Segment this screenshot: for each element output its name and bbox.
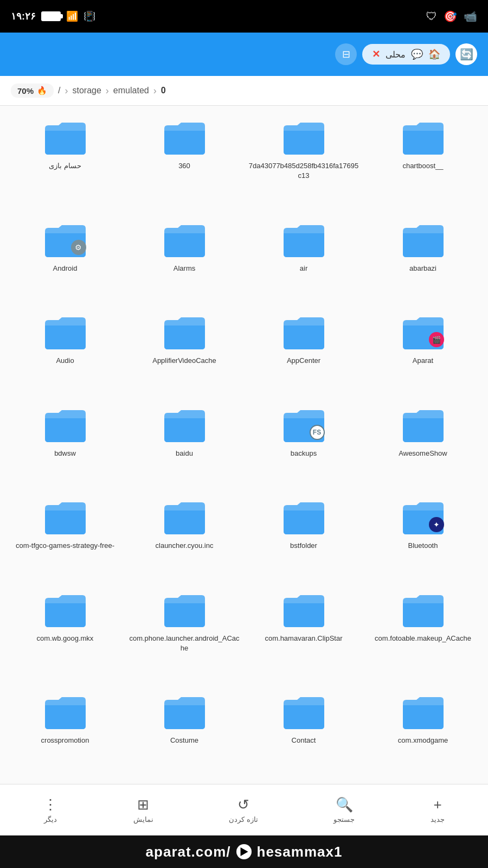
fire-icon: 🔥 xyxy=(37,86,47,95)
folder-icon-wrap xyxy=(42,693,88,731)
folder-label: Audio xyxy=(56,356,74,366)
nav-item-search[interactable]: 🔍جستجو xyxy=(325,792,363,828)
nav-item-display[interactable]: ⊞نمایش xyxy=(125,792,162,828)
signal-icon: 📶 xyxy=(66,10,78,22)
folder-label: com.hamavaran.ClipStar xyxy=(265,634,342,643)
bluetooth-badge: ✦ xyxy=(429,517,444,532)
folder-label: clauncher.cyou.inc xyxy=(156,541,214,551)
folder-label: backups xyxy=(291,449,317,458)
folder-item[interactable]: 7da43077b485d258fb4316fa17695c13 xyxy=(244,111,363,214)
folder-item[interactable]: Costume xyxy=(125,686,244,778)
breadcrumb-root[interactable]: / xyxy=(58,86,60,95)
folder-item[interactable]: com-tfgco-games-strategy-free- xyxy=(5,491,125,584)
folder-item[interactable]: crosspromotion xyxy=(5,686,125,778)
nav-item-refresh[interactable]: ↺تازه کردن xyxy=(220,792,267,828)
folder-label: bstfolder xyxy=(290,541,317,551)
storage-percent: 70% xyxy=(17,86,34,95)
folder-label: AwesomeShow xyxy=(399,449,447,458)
breadcrumb-zero[interactable]: 0 xyxy=(161,86,166,95)
folder-item[interactable]: clauncher.cyou.inc xyxy=(125,491,244,584)
folder-item[interactable]: air xyxy=(244,214,363,307)
folder-item[interactable]: 🎬Aparat xyxy=(363,306,483,399)
folder-label: Alarms xyxy=(174,264,195,273)
folder-item[interactable]: AppCenter xyxy=(244,306,363,399)
folder-item[interactable]: ApplifierVideoCache xyxy=(125,306,244,399)
nav-icon-more: ⋮ xyxy=(43,796,57,813)
folder-item[interactable]: com.wb.goog.mkx xyxy=(5,584,125,686)
folder-icon-wrap xyxy=(162,221,208,259)
folder-icon-wrap xyxy=(42,314,88,352)
nav-item-new[interactable]: +جدید xyxy=(422,792,453,828)
folder-label: com.phone.launcher.android_ACache xyxy=(129,634,240,653)
storage-badge: 70% 🔥 xyxy=(11,84,54,98)
breadcrumb-sep-3: › xyxy=(153,85,157,97)
folder-icon-wrap xyxy=(162,119,208,157)
aparat-badge: 🎬 xyxy=(429,332,444,347)
breadcrumb-sep-2: › xyxy=(106,85,109,97)
folder-icon-wrap xyxy=(162,591,208,629)
folder-item[interactable]: bdwsw xyxy=(5,399,125,492)
breadcrumb-emulated[interactable]: emulated xyxy=(113,86,149,95)
folder-item[interactable]: com.fotoable.makeup_ACache xyxy=(363,584,483,686)
close-icon[interactable]: ✕ xyxy=(372,48,380,60)
folder-icon-wrap xyxy=(162,314,208,352)
folder-item[interactable]: 360 xyxy=(125,111,244,214)
folder-label: abarbazi xyxy=(409,264,436,273)
folder-icon-wrap xyxy=(281,693,327,731)
folder-icon-wrap xyxy=(162,499,208,537)
folder-icon-wrap xyxy=(162,693,208,731)
nav-item-more[interactable]: ⋮دیگر xyxy=(35,792,66,828)
folder-label: air xyxy=(300,264,307,273)
watermark-text2: hesammax1 xyxy=(257,844,343,860)
location-label: محلی xyxy=(386,49,406,60)
bottom-nav: ⋮دیگر⊞نمایش↺تازه کردن🔍جستجو+جدید xyxy=(0,784,488,835)
folder-label: com-tfgco-games-strategy-free- xyxy=(16,541,114,551)
folder-item[interactable]: Audio xyxy=(5,306,125,399)
folder-item[interactable]: com.hamavaran.ClipStar xyxy=(244,584,363,686)
folder-icon-wrap xyxy=(281,591,327,629)
folder-label: Bluetooth xyxy=(408,541,438,551)
folder-icon-wrap: ⚙ xyxy=(42,221,88,259)
file-grid: حسام بازی 360 7da43077b485d258fb4316fa17… xyxy=(0,106,488,784)
watermark-play-icon xyxy=(236,844,252,859)
folder-icon-wrap xyxy=(400,221,446,259)
breadcrumb-storage[interactable]: storage xyxy=(72,86,101,95)
breadcrumb: 70% 🔥 / › storage › emulated › 0 xyxy=(0,76,488,106)
folder-item[interactable]: Alarms xyxy=(125,214,244,307)
folder-icon-wrap xyxy=(42,406,88,444)
folder-item[interactable]: com.xmodgame xyxy=(363,686,483,778)
watermark-bar: aparat.com/ hesammax1 xyxy=(0,835,488,868)
nav-icon-new: + xyxy=(434,796,442,813)
breadcrumb-sep-1: › xyxy=(65,85,68,97)
folder-item[interactable]: ✦Bluetooth xyxy=(363,491,483,584)
folder-icon-wrap xyxy=(400,693,446,731)
chat-icon: 💬 xyxy=(411,48,423,60)
folder-item[interactable]: Contact xyxy=(244,686,363,778)
folder-item[interactable]: com.phone.launcher.android_ACache xyxy=(125,584,244,686)
folder-label: com.xmodgame xyxy=(398,736,448,745)
status-time: ۱۹:۲۶ 📶 📳 xyxy=(11,10,95,22)
folder-item[interactable]: AwesomeShow xyxy=(363,399,483,492)
folder-item[interactable]: حسام بازی xyxy=(5,111,125,214)
sync-icon[interactable]: 🔄 xyxy=(455,43,477,65)
folder-label: Aparat xyxy=(413,356,433,366)
nav-icon-refresh: ↺ xyxy=(237,796,249,813)
status-right-icons: 🛡 🎯 📹 xyxy=(426,10,477,23)
folder-label: Contact xyxy=(292,736,316,745)
folder-item[interactable]: ⚙Android xyxy=(5,214,125,307)
home-icon: 🏠 xyxy=(428,48,440,60)
grid-icon[interactable]: ⊟ xyxy=(335,43,357,65)
folder-item[interactable]: chartboost__ xyxy=(363,111,483,214)
folder-label: baidu xyxy=(176,449,193,458)
folder-item[interactable]: FSbackups xyxy=(244,399,363,492)
time-text: ۱۹:۲۶ xyxy=(11,10,36,22)
folder-item[interactable]: baidu xyxy=(125,399,244,492)
folder-label: crosspromotion xyxy=(41,736,89,745)
folder-item[interactable]: bstfolder xyxy=(244,491,363,584)
folder-icon-wrap xyxy=(42,499,88,537)
location-pill[interactable]: ✕ محلی 💬 🏠 xyxy=(362,44,450,65)
nav-label-display: نمایش xyxy=(133,815,153,824)
nav-label-more: دیگر xyxy=(44,815,57,824)
folder-item[interactable]: abarbazi xyxy=(363,214,483,307)
folder-label: chartboost__ xyxy=(402,161,443,171)
